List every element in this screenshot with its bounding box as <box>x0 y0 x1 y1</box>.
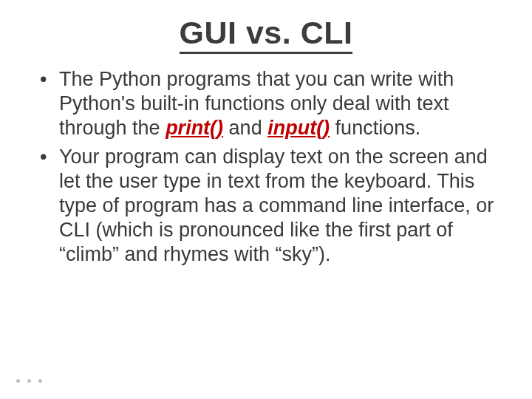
code-fn-input: input() <box>267 117 330 139</box>
list-item: The Python programs that you can write w… <box>38 67 499 140</box>
bullet-list: The Python programs that you can write w… <box>33 67 499 267</box>
bullet-text: functions. <box>330 117 420 139</box>
slide-title-text: GUI vs. CLI <box>180 15 353 54</box>
decorative-dots-icon <box>16 379 42 383</box>
slide: GUI vs. CLI The Python programs that you… <box>0 0 532 399</box>
bullet-text: and <box>223 117 267 139</box>
code-fn-print: print() <box>166 117 223 139</box>
slide-title: GUI vs. CLI <box>33 15 499 51</box>
bullet-text: Your program can display text on the scr… <box>59 146 494 265</box>
list-item: Your program can display text on the scr… <box>38 145 499 267</box>
